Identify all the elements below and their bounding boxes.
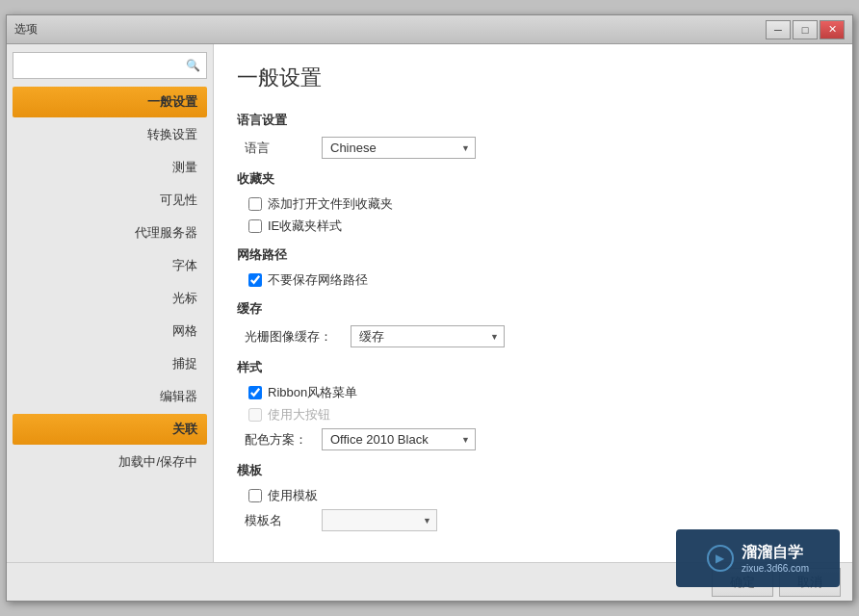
sidebar-item-association[interactable]: 关联 — [13, 414, 207, 445]
language-select[interactable]: Chinese English Japanese Korean — [322, 137, 476, 159]
template-name-label: 模板名 — [245, 512, 322, 529]
watermark: ▶ 溜溜自学 zixue.3d66.com — [676, 529, 840, 587]
ribbon-checkbox[interactable] — [248, 386, 262, 399]
sidebar-item-proxy[interactable]: 代理服务器 — [13, 218, 207, 248]
sidebar-item-editor[interactable]: 编辑器 — [13, 381, 207, 412]
sidebar-item-font[interactable]: 字体 — [13, 250, 207, 281]
add-favorites-label: 添加打开文件到收藏夹 — [268, 195, 393, 213]
language-select-wrap[interactable]: Chinese English Japanese Korean — [322, 137, 476, 159]
checkbox-no-network: 不要保存网络路径 — [237, 271, 829, 289]
watermark-url: zixue.3d66.com — [742, 563, 809, 574]
section-cache-header: 缓存 — [237, 300, 829, 318]
sidebar-item-snap[interactable]: 捕捉 — [13, 348, 207, 379]
play-icon: ▶ — [707, 545, 734, 572]
cache-select-wrap[interactable]: 缓存 不缓存 — [351, 325, 505, 347]
sidebar-item-load-save[interactable]: 加载中/保存中 — [13, 447, 207, 477]
titlebar: 选项 ─ □ ✕ — [7, 15, 852, 44]
titlebar-buttons: ─ □ ✕ — [766, 20, 845, 39]
section-favorites-header: 收藏夹 — [237, 170, 829, 188]
template-name-select-wrap[interactable] — [322, 509, 437, 531]
main-window: 选项 ─ □ ✕ 🔍 一般设置 转换设置 测量 可见性 — [6, 14, 853, 602]
window-title: 选项 — [14, 21, 38, 38]
sidebar-search-box[interactable]: 🔍 — [13, 52, 207, 79]
search-input[interactable] — [19, 59, 200, 72]
no-network-checkbox[interactable] — [248, 273, 262, 287]
scheme-label: 配色方案： — [245, 431, 322, 449]
use-template-checkbox[interactable] — [248, 489, 262, 502]
template-name-select[interactable] — [322, 509, 437, 531]
language-label: 语言 — [245, 140, 322, 157]
titlebar-left: 选项 — [14, 21, 38, 38]
checkbox-big-buttons: 使用大按钮 — [237, 406, 829, 424]
cache-select[interactable]: 缓存 不缓存 — [351, 325, 505, 347]
content-area: 🔍 一般设置 转换设置 测量 可见性 代理服务器 字体 光标 — [7, 44, 852, 562]
maximize-button[interactable]: □ — [793, 20, 818, 39]
watermark-text-block: 溜溜自学 zixue.3d66.com — [742, 543, 809, 574]
sidebar-item-measure[interactable]: 测量 — [13, 152, 207, 183]
main-panel: 一般设置 语言设置 语言 Chinese English Japanese Ko… — [214, 44, 852, 562]
big-buttons-checkbox[interactable] — [248, 408, 262, 422]
ie-favorites-label: IE收藏夹样式 — [268, 218, 342, 235]
section-template-header: 模板 — [237, 462, 829, 479]
cache-label: 光栅图像缓存： — [245, 328, 351, 346]
section-language-header: 语言设置 — [237, 112, 829, 129]
language-row: 语言 Chinese English Japanese Korean — [237, 137, 829, 159]
sidebar-item-general[interactable]: 一般设置 — [13, 87, 207, 117]
sidebar-item-cursor[interactable]: 光标 — [13, 283, 207, 314]
sidebar-item-grid[interactable]: 网格 — [13, 316, 207, 346]
checkbox-add-favorites: 添加打开文件到收藏夹 — [237, 195, 829, 213]
search-icon: 🔍 — [186, 59, 200, 72]
checkbox-ie-favorites: IE收藏夹样式 — [237, 218, 829, 235]
minimize-button[interactable]: ─ — [766, 20, 791, 39]
cache-row: 光栅图像缓存： 缓存 不缓存 — [237, 325, 829, 347]
checkbox-ribbon: Ribbon风格菜单 — [237, 384, 829, 401]
watermark-inner: ▶ 溜溜自学 zixue.3d66.com — [699, 539, 817, 578]
watermark-brand: 溜溜自学 — [742, 543, 809, 563]
section-network-header: 网络路径 — [237, 246, 829, 264]
scheme-select-wrap[interactable]: Office 2010 Black Office 2010 Blue Class… — [322, 428, 476, 450]
close-button[interactable]: ✕ — [820, 20, 845, 39]
page-title: 一般设置 — [237, 64, 829, 96]
ie-favorites-checkbox[interactable] — [248, 219, 262, 233]
scheme-row: 配色方案： Office 2010 Black Office 2010 Blue… — [237, 428, 829, 450]
use-template-label: 使用模板 — [268, 487, 318, 504]
section-style-header: 样式 — [237, 359, 829, 376]
add-favorites-checkbox[interactable] — [248, 197, 262, 211]
ribbon-label: Ribbon风格菜单 — [268, 384, 357, 401]
sidebar-item-convert[interactable]: 转换设置 — [13, 119, 207, 150]
big-buttons-label: 使用大按钮 — [268, 406, 330, 424]
template-name-row: 模板名 — [237, 509, 829, 531]
no-network-label: 不要保存网络路径 — [268, 271, 368, 289]
sidebar: 🔍 一般设置 转换设置 测量 可见性 代理服务器 字体 光标 — [7, 44, 214, 562]
checkbox-use-template: 使用模板 — [237, 487, 829, 504]
scheme-select[interactable]: Office 2010 Black Office 2010 Blue Class… — [322, 428, 476, 450]
sidebar-item-visibility[interactable]: 可见性 — [13, 185, 207, 216]
